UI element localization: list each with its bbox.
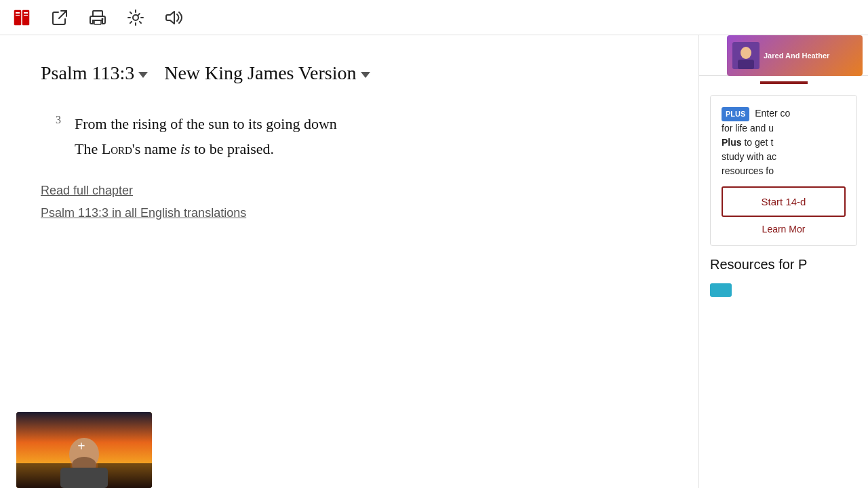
print-icon[interactable] [87, 7, 108, 28]
svg-rect-17 [60, 468, 108, 488]
verse-line1: From the rising of the sun to its going … [75, 115, 337, 132]
read-full-chapter-link[interactable]: Read full chapter [41, 184, 658, 198]
verse-container: 3 From the rising of the sun to its goin… [41, 111, 658, 162]
svg-rect-3 [16, 15, 20, 16]
plus-badge: PLUS [722, 107, 749, 121]
video-thumb-inner: + [16, 412, 152, 488]
all-translations-link[interactable]: Psalm 113:3 in all English translations [41, 206, 658, 220]
svg-rect-5 [24, 15, 28, 16]
promo-text: PLUS Enter cofor life and uPlus to get t… [722, 106, 846, 178]
version-chevron-icon [361, 72, 370, 78]
verse-reference: Psalm 113:3 [41, 62, 134, 84]
verse-chevron-icon [138, 72, 148, 78]
svg-rect-4 [24, 12, 28, 14]
external-link-icon[interactable] [49, 7, 71, 28]
link-section: Read full chapter Psalm 113:3 in all Eng… [41, 184, 658, 220]
svg-rect-2 [16, 12, 20, 14]
verse-line2-pre: The Lord's name is to be praised. [75, 140, 274, 157]
verse-italic: is [180, 140, 191, 157]
resources-title: Resources for P [710, 257, 857, 272]
video-crosshair-icon: + [77, 439, 85, 454]
book-icon[interactable] [11, 7, 33, 28]
verse-number: 3 [41, 111, 61, 162]
resources-section: Resources for P [699, 257, 868, 297]
right-panel: Jared And Heather PLUS Enter cofor life … [698, 35, 868, 488]
reference-row: Psalm 113:3 New King James Version [41, 62, 658, 84]
svg-rect-20 [738, 60, 754, 69]
verse-selector[interactable]: Psalm 113:3 [41, 62, 148, 84]
promo-bold: Plus [722, 137, 742, 148]
teal-button[interactable] [710, 283, 732, 297]
verse-text: From the rising of the sun to its going … [75, 111, 337, 162]
main-layout: Psalm 113:3 New King James Version 3 Fro… [0, 35, 868, 488]
svg-rect-6 [93, 11, 102, 16]
settings-icon[interactable] [125, 7, 146, 28]
right-panel-top: Jared And Heather [699, 35, 868, 76]
svg-point-19 [741, 47, 751, 59]
version-label: New King James Version [164, 62, 356, 84]
content-area: Psalm 113:3 New King James Version 3 Fro… [0, 35, 698, 488]
avatar: Jared And Heather [727, 35, 863, 76]
video-thumbnail[interactable]: + [16, 412, 152, 488]
lord-text: ord [111, 140, 132, 157]
avatar-label: Jared And Heather [764, 52, 829, 60]
learn-more-link[interactable]: Learn Mor [722, 224, 846, 235]
version-selector[interactable]: New King James Version [164, 62, 370, 84]
start-trial-button[interactable]: Start 14-d [722, 186, 846, 217]
toolbar [0, 0, 868, 35]
red-bar-divider [760, 81, 808, 84]
promo-card: PLUS Enter cofor life and uPlus to get t… [710, 95, 857, 246]
volume-icon[interactable] [163, 7, 184, 28]
svg-point-8 [102, 18, 104, 20]
svg-point-9 [133, 15, 138, 20]
